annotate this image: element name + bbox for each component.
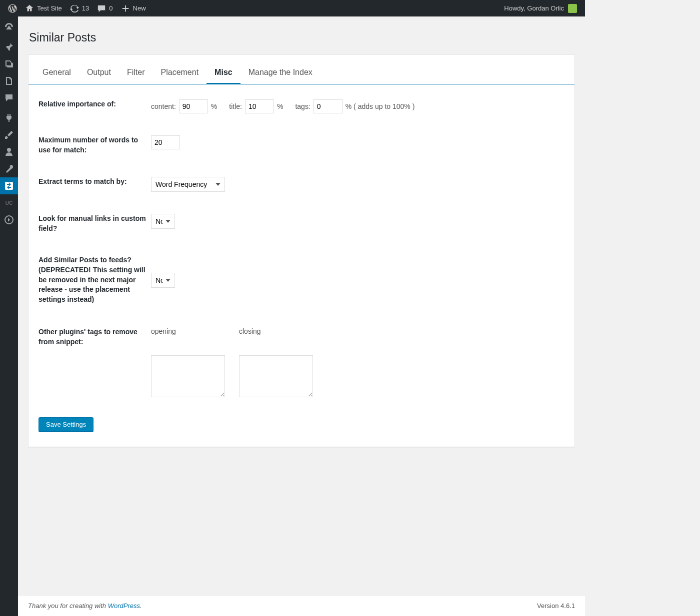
home-icon [25, 4, 34, 13]
brush-icon [4, 130, 14, 140]
closing-textarea[interactable] [239, 355, 313, 397]
wrench-icon [4, 164, 14, 174]
menu-uc[interactable]: UC [0, 194, 18, 211]
plus-icon [121, 4, 130, 13]
greeting: Howdy, Gordan Orlic [504, 4, 564, 12]
menu-tools[interactable] [0, 160, 18, 177]
feeds-select[interactable]: No [151, 273, 175, 288]
menu-media[interactable] [0, 55, 18, 72]
updates-link[interactable]: 13 [66, 0, 93, 16]
importance-note: % ( adds up to 100% ) [346, 102, 415, 110]
media-icon [4, 59, 14, 69]
new-label: New [133, 4, 146, 12]
label-manual-links: Look for manual links in custom field? [38, 214, 151, 233]
comments-icon [4, 93, 14, 103]
menu-appearance[interactable] [0, 126, 18, 143]
site-name-label: Test Site [37, 4, 62, 12]
tab-misc[interactable]: Misc [206, 63, 240, 84]
extract-select[interactable]: Word Frequency [151, 177, 225, 192]
content-pct: % [211, 102, 217, 110]
footer-version: Version 4.6.1 [537, 602, 575, 610]
menu-plugins[interactable] [0, 109, 18, 126]
footer-thankyou: Thank you for creating with WordPress. [28, 602, 142, 610]
updates-count: 13 [82, 4, 89, 12]
tab-general[interactable]: General [34, 63, 79, 84]
user-account[interactable]: Howdy, Gordan Orlic [500, 0, 581, 16]
menu-collapse[interactable] [0, 211, 18, 228]
user-icon [4, 147, 14, 157]
avatar [568, 4, 577, 13]
wp-logo[interactable] [4, 0, 21, 16]
wordpress-icon [8, 4, 17, 13]
transfer-icon [4, 181, 14, 191]
tags-input[interactable] [314, 99, 342, 113]
content-input[interactable] [179, 99, 208, 113]
tags-sublabel: tags: [295, 102, 310, 110]
max-words-input[interactable] [151, 135, 180, 149]
site-link[interactable]: Test Site [21, 0, 66, 16]
label-max-words: Maximum number of words to use for match… [38, 135, 151, 155]
menu-users[interactable] [0, 143, 18, 160]
title-sublabel: title: [229, 102, 242, 110]
settings-panel: General Output Filter Placement Misc Man… [28, 54, 575, 447]
closing-header: closing [239, 327, 313, 335]
wordpress-link[interactable]: WordPress [108, 602, 140, 610]
comments-count: 0 [109, 4, 112, 12]
comments-link[interactable]: 0 [93, 0, 116, 16]
plug-icon [4, 113, 14, 123]
title-input[interactable] [245, 99, 274, 113]
pages-icon [4, 76, 14, 86]
tab-manage-index[interactable]: Manage the Index [240, 63, 320, 84]
update-icon [70, 4, 79, 13]
opening-header: opening [151, 327, 225, 335]
save-button[interactable]: Save Settings [38, 417, 94, 432]
dashboard-icon [4, 22, 14, 32]
label-feeds: Add Similar Posts to feeds? (DEPRECATED!… [38, 255, 151, 304]
menu-pages[interactable] [0, 72, 18, 89]
menu-posts[interactable] [0, 38, 18, 55]
tab-output[interactable]: Output [79, 63, 119, 84]
label-snippet: Other plugins' tags to remove from snipp… [38, 327, 151, 347]
menu-dashboard[interactable] [0, 18, 18, 35]
chevron-right-circle-icon [4, 215, 14, 225]
menu-similar-posts[interactable] [0, 177, 18, 194]
page-title: Similar Posts [29, 31, 575, 44]
pin-icon [4, 42, 14, 52]
opening-textarea[interactable] [151, 355, 225, 397]
new-link[interactable]: New [117, 0, 150, 16]
label-extract: Extract terms to match by: [38, 177, 151, 187]
title-pct: % [277, 102, 283, 110]
tab-placement[interactable]: Placement [153, 63, 207, 84]
label-importance: Relative importance of: [38, 99, 151, 109]
tab-filter[interactable]: Filter [119, 63, 153, 84]
content-sublabel: content: [151, 102, 176, 110]
manual-links-select[interactable]: No [151, 214, 175, 229]
comment-icon [97, 4, 106, 13]
menu-comments[interactable] [0, 89, 18, 106]
